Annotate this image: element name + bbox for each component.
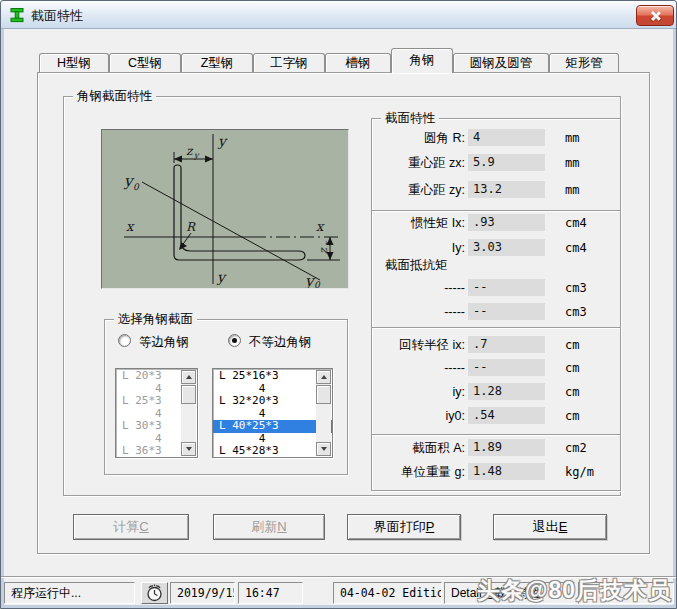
- calc-mnemonic: C: [139, 519, 148, 534]
- scrollbar-thumb[interactable]: [316, 385, 331, 404]
- section-modulus-row-2: ----- -- cm3: [371, 303, 621, 321]
- tab-angle-steel[interactable]: 角钢: [391, 48, 453, 73]
- radio-equal-angle-label[interactable]: 等边角钢: [139, 334, 189, 351]
- print-button[interactable]: 界面打印P: [347, 514, 461, 540]
- scroll-up-icon[interactable]: [181, 370, 196, 384]
- status-edition: 04-04-02 Edition: [333, 582, 442, 604]
- unit-weight-value: 1.48: [468, 463, 545, 480]
- separator: [372, 327, 620, 329]
- exit-mnemonic: E: [559, 519, 568, 534]
- separator: [372, 210, 620, 212]
- field-label: 重心距 zy:: [375, 181, 465, 199]
- print-mnemonic: P: [426, 519, 435, 534]
- status-running: 程序运行中...: [4, 582, 135, 604]
- scrollbar[interactable]: [181, 370, 196, 456]
- unit-weight-row: 单位重量 g: 1.48 kg/m: [371, 463, 621, 481]
- list-item[interactable]: L 32*20*3: [213, 395, 332, 408]
- print-button-label: 界面打印: [374, 519, 426, 534]
- unit-label: mm: [565, 129, 579, 147]
- field-label: 圆角 R:: [375, 129, 465, 147]
- centroid-zx-value: 5.9: [468, 154, 545, 171]
- equal-angle-listbox: L 20*3 4 L 25*3 4 L 30*3 4 L 36*3: [115, 368, 198, 458]
- watermark: 头条@80后技术员: [477, 575, 672, 606]
- list-item[interactable]: L 25*16*3: [213, 370, 332, 383]
- status-date: 2019/9/15: [170, 582, 235, 604]
- inertia-ix-value: .93: [468, 214, 545, 231]
- tab-i-beam[interactable]: 工字钢: [253, 53, 325, 73]
- list-item[interactable]: L 45*28*3: [213, 445, 332, 458]
- area-row: 截面积 A: 1.89 cm2: [371, 439, 621, 457]
- tab-round-pipe[interactable]: 圆钢及圆管: [453, 53, 549, 73]
- clock-icon: [142, 583, 167, 603]
- exit-button-label: 退出: [533, 519, 559, 534]
- field-label: iy:: [375, 383, 465, 401]
- unit-label: cm: [565, 407, 579, 425]
- field-label: -----: [375, 279, 465, 297]
- tab-c-steel[interactable]: C型钢: [109, 53, 181, 73]
- dialog-window: 截面特性 H型钢 C型钢 Z型钢 工字钢 槽钢 角钢 圆钢及圆管 矩形管 角钢截…: [0, 0, 677, 609]
- gyration-iy0-row: iy0: .54 cm: [371, 407, 621, 425]
- unequal-angle-listbox[interactable]: L 25*16*3 4 L 32*20*3 4 L 40*25*3 4 L 45…: [212, 368, 333, 458]
- gyration-ix-row: 回转半径 ix: .7 cm: [371, 336, 621, 354]
- section-modulus-row-1: ----- -- cm3: [371, 279, 621, 297]
- radio-unequal-angle[interactable]: [228, 334, 241, 347]
- field-label: -----: [375, 303, 465, 321]
- select-section-group-title: 选择角钢截面: [114, 311, 197, 327]
- unit-label: cm3: [565, 279, 587, 297]
- refresh-button: 刷新N: [213, 514, 325, 540]
- section-modulus-header: 截面抵抗矩: [385, 257, 448, 274]
- section-diagram: y y x x y 0 y 0 z y: [101, 129, 349, 289]
- unit-label: cm: [565, 383, 579, 401]
- field-label: 重心距 zx:: [375, 154, 465, 172]
- refresh-mnemonic: N: [277, 519, 286, 534]
- section-modulus-value-2: --: [468, 303, 545, 320]
- clock-icon-button[interactable]: [141, 582, 168, 604]
- section-properties-group-title: 截面特性: [381, 110, 439, 126]
- refresh-button-label: 刷新: [251, 519, 277, 534]
- gyration-iy-row: iy: 1.28 cm: [371, 383, 621, 401]
- separator: [372, 434, 620, 436]
- fillet-radius-row: 圆角 R: 4 mm: [371, 129, 621, 147]
- field-label: -----: [375, 359, 465, 377]
- centroid-zx-row: 重心距 zx: 5.9 mm: [371, 154, 621, 172]
- scrollbar[interactable]: [316, 370, 331, 456]
- inertia-ix-row: 惯性矩 Ix: .93 cm4: [371, 214, 621, 232]
- scrollbar-thumb[interactable]: [181, 385, 196, 404]
- unit-label: cm: [565, 336, 579, 354]
- tab-h-steel[interactable]: H型钢: [39, 53, 109, 73]
- centroid-zy-row: 重心距 zy: 13.2 mm: [371, 181, 621, 199]
- gyration-ix-value: .7: [468, 336, 545, 353]
- scroll-down-icon[interactable]: [181, 442, 196, 456]
- unit-label: mm: [565, 181, 579, 199]
- calc-button-label: 计算: [113, 519, 139, 534]
- field-label: 回转半径 ix:: [375, 336, 465, 354]
- fillet-radius-value: 4: [468, 129, 545, 146]
- field-label: 单位重量 g:: [375, 463, 465, 481]
- tab-rect-tube[interactable]: 矩形管: [549, 53, 619, 73]
- tab-z-steel[interactable]: Z型钢: [181, 53, 253, 73]
- scroll-up-icon[interactable]: [316, 370, 331, 384]
- radio-equal-angle[interactable]: [118, 334, 131, 347]
- field-label: Iy:: [375, 239, 465, 257]
- unit-label: cm3: [565, 303, 587, 321]
- scroll-down-icon[interactable]: [316, 442, 331, 456]
- field-label: 惯性矩 Ix:: [375, 214, 465, 232]
- angle-section-group-title: 角钢截面特性: [73, 88, 156, 104]
- gyration-iy0-value: .54: [468, 407, 545, 424]
- radio-unequal-angle-label[interactable]: 不等边角钢: [249, 334, 312, 351]
- unit-label: kg/m: [565, 463, 594, 481]
- list-item-selected[interactable]: L 40*25*3: [213, 420, 332, 433]
- centroid-zy-value: 13.2: [468, 181, 545, 198]
- gyration-iy-value: 1.28: [468, 383, 545, 400]
- angle-diagram-svg: y y x x y 0 y 0 z y: [102, 130, 348, 288]
- tab-channel[interactable]: 槽钢: [325, 53, 391, 73]
- status-time: 16:47: [238, 582, 303, 604]
- gyration-dash-row: ----- -- cm: [371, 359, 621, 377]
- field-label: iy0:: [375, 407, 465, 425]
- area-value: 1.89: [468, 439, 545, 456]
- section-modulus-value-1: --: [468, 279, 545, 296]
- inertia-iy-row: Iy: 3.03 cm4: [371, 239, 621, 257]
- fillet-radius-label: R: [186, 220, 196, 234]
- gyration-dash-value: --: [468, 359, 545, 376]
- exit-button[interactable]: 退出E: [493, 514, 607, 540]
